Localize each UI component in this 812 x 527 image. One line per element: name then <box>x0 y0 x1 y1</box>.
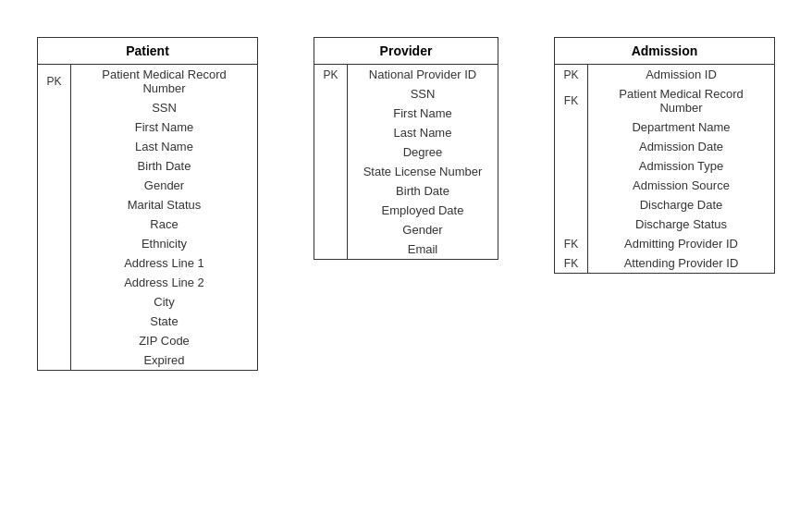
key-cell-1-1 <box>314 84 348 104</box>
table-row: Last Name <box>38 137 258 156</box>
table-row: FKAttending Provider ID <box>555 253 775 274</box>
field-cell-0-9: Address Line 1 <box>71 253 258 273</box>
table-row: PKAdmission ID <box>555 65 775 85</box>
field-cell-2-8: Admitting Provider ID <box>588 234 775 253</box>
key-cell-0-9 <box>38 253 71 273</box>
field-cell-0-7: Race <box>71 214 258 234</box>
field-cell-0-6: Marital Status <box>71 195 258 214</box>
entity-admission: AdmissionPKAdmission IDFKPatient Medical… <box>554 37 775 274</box>
table-patient: PatientPKPatient Medical Record NumberSS… <box>37 37 258 371</box>
key-cell-1-6 <box>314 181 348 201</box>
field-cell-2-4: Admission Type <box>588 156 775 176</box>
table-row: Gender <box>314 220 498 239</box>
table-row: PKNational Provider ID <box>314 65 498 85</box>
key-cell-2-9: FK <box>555 253 588 274</box>
key-cell-2-3 <box>555 137 588 156</box>
table-row: Admission Type <box>555 156 775 176</box>
key-cell-0-10 <box>38 273 71 292</box>
field-cell-1-1: SSN <box>348 84 498 104</box>
field-cell-0-11: City <box>71 292 258 312</box>
table-row: Degree <box>314 142 498 162</box>
key-cell-0-8 <box>38 234 71 253</box>
table-row: FKAdmitting Provider ID <box>555 234 775 253</box>
table-row: State License Number <box>314 162 498 181</box>
field-cell-0-2: First Name <box>71 117 258 137</box>
key-cell-0-11 <box>38 292 71 312</box>
table-row: Marital Status <box>38 195 258 214</box>
table-row: First Name <box>314 104 498 123</box>
table-row: City <box>38 292 258 312</box>
table-row: Birth Date <box>314 181 498 201</box>
table-row: Address Line 1 <box>38 253 258 273</box>
field-cell-1-4: Degree <box>348 142 498 162</box>
table-row: Expired <box>38 350 258 371</box>
entity-patient: PatientPKPatient Medical Record NumberSS… <box>37 37 258 371</box>
table-header-1: Provider <box>314 38 498 65</box>
field-cell-2-0: Admission ID <box>588 65 775 85</box>
field-cell-2-9: Attending Provider ID <box>588 253 775 274</box>
entity-provider: ProviderPKNational Provider IDSSNFirst N… <box>314 37 498 260</box>
key-cell-0-3 <box>38 137 71 156</box>
table-row: Gender <box>38 176 258 195</box>
field-cell-2-1: Patient Medical Record Number <box>588 84 775 117</box>
field-cell-0-5: Gender <box>71 176 258 195</box>
key-cell-0-7 <box>38 214 71 234</box>
key-cell-1-0: PK <box>314 65 348 85</box>
table-row: SSN <box>38 98 258 117</box>
key-cell-2-5 <box>555 176 588 195</box>
key-cell-2-4 <box>555 156 588 176</box>
table-row: Birth Date <box>38 156 258 176</box>
field-cell-1-3: Last Name <box>348 123 498 142</box>
table-row: Department Name <box>555 117 775 137</box>
table-row: Discharge Date <box>555 195 775 214</box>
key-cell-1-7 <box>314 201 348 220</box>
field-cell-0-1: SSN <box>71 98 258 117</box>
table-row: FKPatient Medical Record Number <box>555 84 775 117</box>
table-row: SSN <box>314 84 498 104</box>
key-cell-2-1: FK <box>555 84 588 117</box>
table-header-0: Patient <box>38 38 258 65</box>
field-cell-2-7: Discharge Status <box>588 214 775 234</box>
key-cell-2-7 <box>555 214 588 234</box>
table-row: Ethnicity <box>38 234 258 253</box>
table-row: Admission Source <box>555 176 775 195</box>
field-cell-2-3: Admission Date <box>588 137 775 156</box>
field-cell-2-5: Admission Source <box>588 176 775 195</box>
key-cell-2-8: FK <box>555 234 588 253</box>
table-header-2: Admission <box>555 38 775 65</box>
field-cell-2-6: Discharge Date <box>588 195 775 214</box>
table-row: Address Line 2 <box>38 273 258 292</box>
field-cell-0-8: Ethnicity <box>71 234 258 253</box>
field-cell-1-9: Email <box>348 239 498 260</box>
table-admission: AdmissionPKAdmission IDFKPatient Medical… <box>554 37 775 274</box>
key-cell-1-3 <box>314 123 348 142</box>
key-cell-0-2 <box>38 117 71 137</box>
field-cell-0-3: Last Name <box>71 137 258 156</box>
table-row: Employed Date <box>314 201 498 220</box>
key-cell-0-12 <box>38 312 71 331</box>
table-row: Admission Date <box>555 137 775 156</box>
key-cell-1-8 <box>314 220 348 239</box>
table-row: First Name <box>38 117 258 137</box>
table-row: PKPatient Medical Record Number <box>38 65 258 99</box>
key-cell-0-13 <box>38 331 71 350</box>
field-cell-0-0: Patient Medical Record Number <box>71 65 258 99</box>
key-cell-0-0: PK <box>38 65 71 99</box>
key-cell-0-5 <box>38 176 71 195</box>
key-cell-2-2 <box>555 117 588 137</box>
table-row: Last Name <box>314 123 498 142</box>
field-cell-1-2: First Name <box>348 104 498 123</box>
key-cell-0-14 <box>38 350 71 371</box>
field-cell-0-13: ZIP Code <box>71 331 258 350</box>
key-cell-2-6 <box>555 195 588 214</box>
field-cell-2-2: Department Name <box>588 117 775 137</box>
key-cell-1-4 <box>314 142 348 162</box>
field-cell-0-14: Expired <box>71 350 258 371</box>
field-cell-0-10: Address Line 2 <box>71 273 258 292</box>
table-row: Race <box>38 214 258 234</box>
key-cell-1-5 <box>314 162 348 181</box>
key-cell-0-1 <box>38 98 71 117</box>
key-cell-1-2 <box>314 104 348 123</box>
field-cell-0-4: Birth Date <box>71 156 258 176</box>
field-cell-1-7: Employed Date <box>348 201 498 220</box>
